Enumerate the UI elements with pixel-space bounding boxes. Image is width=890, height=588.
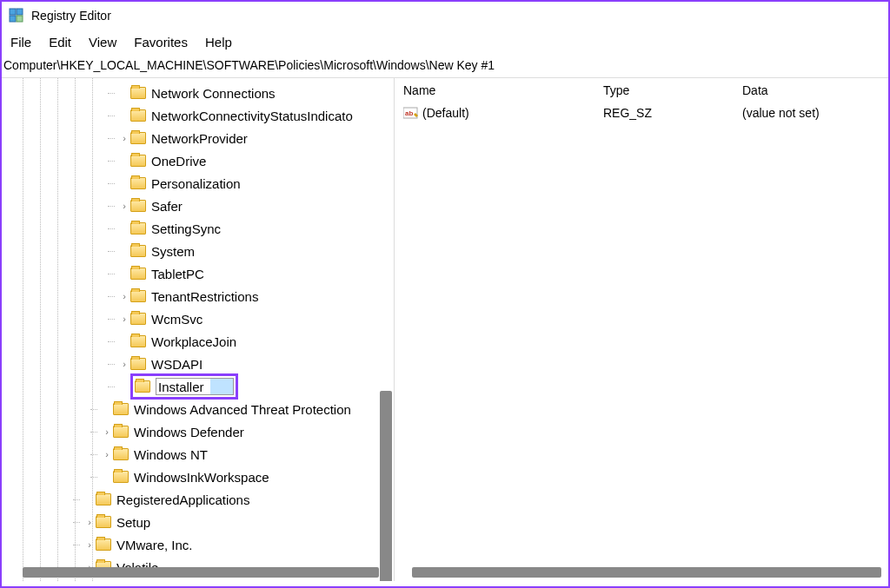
tree-item[interactable]: ›WcmSvc	[2, 307, 394, 330]
tree-item[interactable]: System	[2, 240, 394, 262]
tree-item[interactable]: NetworkConnectivityStatusIndicato	[2, 104, 394, 127]
chevron-right-icon[interactable]: ›	[83, 517, 96, 527]
tree-item[interactable]: ›NetworkProvider	[2, 127, 394, 149]
value-type: REG_SZ	[603, 106, 742, 120]
tree-item[interactable]: TabletPC	[2, 262, 394, 285]
folder-icon	[130, 335, 146, 347]
tree-item[interactable]: WorkplaceJoin	[2, 330, 394, 353]
address-bar[interactable]: Computer\HKEY_LOCAL_MACHINE\SOFTWARE\Pol…	[2, 55, 888, 78]
folder-icon	[96, 493, 111, 505]
list-header: Name Type Data	[395, 78, 888, 102]
tree-item[interactable]: ›WSDAPI	[2, 353, 394, 375]
folder-icon	[130, 132, 146, 144]
svg-rect-3	[17, 16, 23, 22]
chevron-right-icon[interactable]: ›	[118, 314, 130, 324]
tree-item-label: WSDAPI	[151, 357, 203, 372]
menu-favorites[interactable]: Favorites	[134, 35, 188, 50]
chevron-right-icon[interactable]: ›	[118, 291, 130, 301]
folder-icon	[113, 403, 129, 415]
tree-item[interactable]: ›VMware, Inc.	[2, 533, 394, 556]
folder-icon	[113, 448, 129, 460]
tree-item-label: WindowsInkWorkspace	[134, 470, 269, 485]
folder-icon	[130, 313, 146, 325]
svg-text:ab: ab	[405, 109, 413, 117]
svg-rect-1	[17, 9, 23, 15]
tree-item-label: Safer	[151, 199, 183, 214]
folder-icon	[130, 222, 146, 235]
svg-rect-2	[10, 16, 16, 22]
menu-file[interactable]: File	[10, 35, 31, 50]
menu-help[interactable]: Help	[205, 35, 232, 50]
list-row[interactable]: ab (Default) REG_SZ (value not set)	[395, 102, 888, 123]
column-data[interactable]: Data	[742, 83, 880, 97]
tree-item-label: VMware, Inc.	[116, 538, 193, 552]
chevron-right-icon[interactable]: ›	[101, 426, 113, 437]
tree-item-label: RegisteredApplications	[116, 492, 249, 507]
menubar: File Edit View Favorites Help	[2, 30, 888, 55]
chevron-right-icon[interactable]: ›	[118, 133, 130, 143]
tree-item-label: Personalization	[151, 176, 241, 191]
tree-item-label: WcmSvc	[151, 312, 203, 327]
folder-icon	[130, 245, 146, 257]
values-pane: Name Type Data ab (Default) REG_SZ (valu…	[395, 78, 888, 581]
value-data: (value not set)	[742, 106, 880, 120]
tree-item-label: SettingSync	[151, 221, 221, 236]
chevron-right-icon[interactable]: ›	[101, 449, 113, 459]
folder-icon	[130, 109, 146, 122]
tree-item[interactable]: SettingSync	[2, 217, 394, 240]
tree-item[interactable]: OneDrive	[2, 149, 394, 172]
tree-item-label: Windows Defender	[134, 425, 244, 439]
tree-item-label: Windows Advanced Threat Protection	[134, 402, 351, 417]
tree-item-label: NetworkProvider	[151, 131, 248, 146]
tree-item[interactable]: RegisteredApplications	[2, 488, 394, 511]
tree-item[interactable]: Network Connections	[2, 82, 394, 104]
tree-item-label: TenantRestrictions	[151, 289, 258, 304]
tree-item[interactable]: Personalization	[2, 172, 394, 195]
menu-edit[interactable]: Edit	[49, 35, 71, 50]
chevron-right-icon[interactable]: ›	[118, 359, 130, 369]
tree-item-label: Setup	[116, 515, 150, 530]
titlebar: Registry Editor	[2, 2, 888, 30]
tree-item[interactable]: Windows Advanced Threat Protection	[2, 398, 394, 420]
menu-view[interactable]: View	[89, 35, 116, 50]
folder-icon	[96, 516, 111, 528]
rename-input[interactable]: Installer	[156, 378, 234, 395]
chevron-right-icon[interactable]: ›	[118, 201, 130, 211]
tree-item[interactable]: WindowsInkWorkspace	[2, 466, 394, 488]
column-name[interactable]: Name	[403, 83, 603, 97]
tree-item-label: OneDrive	[151, 154, 206, 168]
folder-icon	[130, 290, 146, 302]
string-value-icon: ab	[403, 106, 419, 120]
values-horizontal-scrollbar[interactable]	[412, 567, 881, 578]
column-type[interactable]: Type	[603, 83, 742, 97]
tree-item-label: Network Connections	[151, 86, 276, 101]
tree-item[interactable]: ›Windows Defender	[2, 420, 394, 443]
tree-item[interactable]: Installer	[2, 375, 394, 398]
tree-item-label: Windows NT	[134, 447, 208, 462]
tree-item[interactable]: ›Windows NT	[2, 443, 394, 466]
folder-icon	[130, 155, 146, 167]
tree-item[interactable]: ›TenantRestrictions	[2, 285, 394, 307]
tree-item-label: System	[151, 244, 195, 259]
chevron-right-icon[interactable]: ›	[83, 539, 96, 550]
tree-item-label: NetworkConnectivityStatusIndicato	[151, 109, 353, 123]
tree-item-label: TabletPC	[151, 267, 204, 281]
folder-icon	[135, 380, 150, 393]
folder-icon	[130, 177, 146, 189]
svg-rect-0	[10, 9, 16, 15]
folder-icon	[113, 471, 129, 483]
tree-item[interactable]: ›Safer	[2, 195, 394, 217]
tree-horizontal-scrollbar[interactable]	[23, 567, 379, 578]
content-area: Network ConnectionsNetworkConnectivitySt…	[2, 78, 888, 581]
folder-icon	[96, 538, 111, 551]
folder-icon	[130, 268, 146, 280]
tree-vertical-scrollbar[interactable]	[380, 391, 392, 581]
value-name: (Default)	[422, 106, 469, 120]
tree-item[interactable]: ›Setup	[2, 511, 394, 533]
folder-icon	[130, 358, 146, 370]
tree-pane: Network ConnectionsNetworkConnectivitySt…	[2, 78, 395, 581]
folder-icon	[130, 87, 146, 99]
registry-editor-icon	[9, 8, 24, 23]
window-title: Registry Editor	[31, 9, 111, 23]
folder-icon	[130, 200, 146, 212]
